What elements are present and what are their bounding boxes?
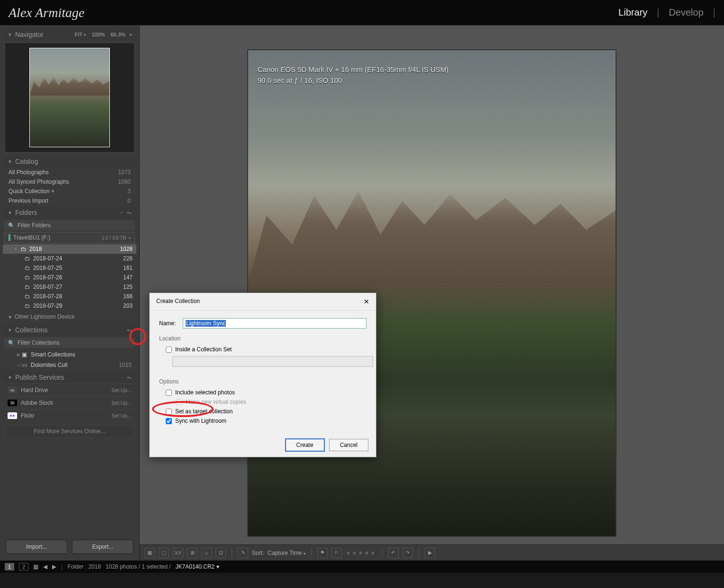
catalog-row[interactable]: Quick Collection +3 — [3, 187, 136, 196]
folders-filter-label: Filter Folders — [18, 222, 51, 229]
target-collection-checkbox[interactable] — [166, 409, 172, 415]
painter-icon[interactable]: ✎ — [238, 548, 248, 558]
collection-item[interactable]: ⇄ ▭ Dolomites Cull 1015 — [3, 360, 136, 370]
box-icon: ▣ — [22, 351, 27, 358]
create-collection-dialog: Create Collection ✕ Name: Lightroom Sync… — [149, 293, 376, 457]
folder-icon: 🗀 — [25, 293, 30, 300]
publish-row[interactable]: ▭Hard DriveSet Up... — [3, 383, 136, 396]
smart-collections-label: Smart Collections — [31, 351, 75, 358]
folder-row[interactable]: 🗀2018-07-29203 — [3, 301, 136, 311]
collections-plus-icon[interactable]: +▾ — [127, 327, 132, 333]
collections-header[interactable]: ▼ Collections +▾ — [3, 324, 136, 336]
include-photos-checkbox[interactable] — [166, 390, 172, 396]
survey-icon[interactable]: ⊞ — [187, 548, 197, 558]
search-icon: 🔍 — [8, 223, 15, 229]
catalog-row[interactable]: All Photographs1073 — [3, 168, 136, 177]
find-more-services[interactable]: Find More Services Online... — [4, 425, 135, 438]
catalog-title: Catalog — [15, 158, 132, 165]
people-icon[interactable]: ☺ — [201, 548, 212, 558]
folder-root[interactable]: ▼ 🗀 2018 1028 — [3, 244, 136, 254]
navigator-title: Navigator — [15, 31, 75, 38]
folders-header[interactable]: ▼ Folders − +▾ — [3, 206, 136, 219]
publish-header[interactable]: ▼ Publish Services +▾ — [3, 371, 136, 383]
publish-row[interactable]: ●●FlickrSet Up... — [3, 409, 136, 422]
folder-name: 2018 — [29, 246, 114, 252]
page-2[interactable]: 2 — [19, 563, 28, 570]
flag-pick-icon[interactable]: ⚑ — [317, 548, 328, 558]
publish-plus-icon[interactable]: +▾ — [127, 374, 132, 380]
create-button[interactable]: Create — [286, 439, 324, 451]
slideshow-icon[interactable]: ▶ — [425, 548, 435, 558]
folder-icon: 🗀 — [25, 265, 30, 271]
nav-fit[interactable]: FIT — [75, 32, 83, 37]
nav-zoom-100[interactable]: 100% — [91, 32, 105, 37]
folder-row[interactable]: 🗀2018-07-27125 — [3, 282, 136, 292]
publish-row[interactable]: StAdobe StockSet Up... — [3, 396, 136, 409]
import-button[interactable]: Import... — [6, 540, 67, 554]
sync-icon: ⇄ — [17, 363, 22, 367]
compare-icon[interactable]: XY — [173, 548, 183, 558]
volume-indicator-icon — [9, 234, 10, 241]
metadata-line1: Canon EOS 5D Mark IV + 16 mm (EF16-35mm … — [258, 64, 448, 75]
star-rating[interactable]: ★★★★★ — [346, 550, 376, 556]
folders-plus-icon[interactable]: +▾ — [127, 210, 132, 215]
folder-row[interactable]: 🗀2018-07-26147 — [3, 273, 136, 282]
collection-name: Dolomites Cull — [31, 362, 119, 368]
chevron-down-icon: ▼ — [13, 247, 18, 251]
collections-filter[interactable]: 🔍 Filter Collections — [4, 338, 135, 348]
cancel-button[interactable]: Cancel — [329, 439, 368, 451]
next-icon[interactable]: ▶ — [52, 563, 56, 570]
rotate-left-icon[interactable]: ↶ — [388, 548, 399, 558]
map-icon[interactable]: ⊡ — [215, 548, 226, 558]
module-develop[interactable]: Develop — [669, 7, 703, 18]
folders-minus-icon[interactable]: − — [120, 210, 123, 215]
navigator-preview[interactable] — [5, 43, 134, 152]
bottom-toolbar: ▦ ▢ XY ⊞ ☺ ⊡ ✎ Sort: Capture Time ▾ ⚑ ⚐ … — [140, 544, 724, 561]
other-device-label: Other Lightroom Device — [15, 313, 75, 320]
collection-set-select[interactable] — [172, 356, 373, 367]
collection-name-input[interactable]: Lightroom Sync — [183, 318, 366, 329]
nav-zoom-custom[interactable]: 66.3% — [111, 32, 125, 37]
sort-select[interactable]: Capture Time ▾ — [268, 550, 305, 556]
collections-title: Collections — [15, 326, 123, 334]
folder-row[interactable]: 🗀2018-07-25161 — [3, 263, 136, 273]
chevron-icon: ▾ — [130, 33, 132, 37]
grid-small-icon[interactable]: ▦ — [33, 563, 38, 570]
inside-set-checkbox[interactable] — [166, 347, 172, 353]
chevron-down-icon: ▼ — [8, 210, 12, 215]
prev-icon[interactable]: ◀ — [43, 563, 47, 570]
other-lightroom-device[interactable]: ◄ Other Lightroom Device — [3, 311, 136, 323]
options-section: Options — [159, 378, 366, 385]
smart-collections[interactable]: ▶ ▣ Smart Collections — [3, 349, 136, 360]
folders-title: Folders — [15, 209, 116, 216]
sync-lightroom-checkbox[interactable] — [166, 418, 172, 424]
flag-reject-icon[interactable]: ⚐ — [331, 548, 342, 558]
loupe-view-icon[interactable]: ▢ — [159, 548, 169, 558]
target-collection-label: Set as target collection — [175, 408, 232, 415]
chevron-left-icon: ◄ — [8, 314, 12, 319]
page-1[interactable]: 1 — [5, 563, 14, 570]
status-count: 1028 photos / 1 selected / — [106, 563, 170, 570]
folders-filter[interactable]: 🔍 Filter Folders — [4, 220, 135, 231]
module-library[interactable]: Library — [618, 7, 647, 18]
volume-row[interactable]: TravelBU1 (F:) 1.0 / 3.6 TB ▾ — [4, 232, 135, 243]
catalog-header[interactable]: ▼ Catalog — [3, 155, 136, 168]
collections-filter-label: Filter Collections — [18, 339, 60, 346]
virtual-copies-label: Make new virtual copies — [186, 399, 246, 405]
catalog-row[interactable]: Previous Import0 — [3, 196, 136, 205]
close-icon[interactable]: ✕ — [364, 298, 369, 305]
status-folder: Folder : 2018 — [67, 563, 101, 570]
catalog-row[interactable]: All Synced Photographs1060 — [3, 177, 136, 187]
export-button[interactable]: Export... — [72, 540, 134, 554]
rotate-right-icon[interactable]: ↷ — [402, 548, 413, 558]
include-photos-label: Include selected photos — [175, 389, 235, 396]
folder-row[interactable]: 🗀2018-07-28166 — [3, 292, 136, 301]
folder-row[interactable]: 🗀2018-07-24226 — [3, 254, 136, 263]
folder-icon: 🗀 — [25, 255, 30, 262]
inside-set-label: Inside a Collection Set — [175, 346, 232, 353]
status-filename[interactable]: JK7A0140.CR2 ▾ — [176, 563, 219, 570]
navigator-header[interactable]: ▼ Navigator FIT▾ 100% 66.3% ▾ — [3, 28, 136, 41]
collection-icon: ▭ — [22, 362, 27, 368]
grid-view-icon[interactable]: ▦ — [144, 548, 155, 558]
folder-icon: 🗀 — [25, 274, 30, 281]
